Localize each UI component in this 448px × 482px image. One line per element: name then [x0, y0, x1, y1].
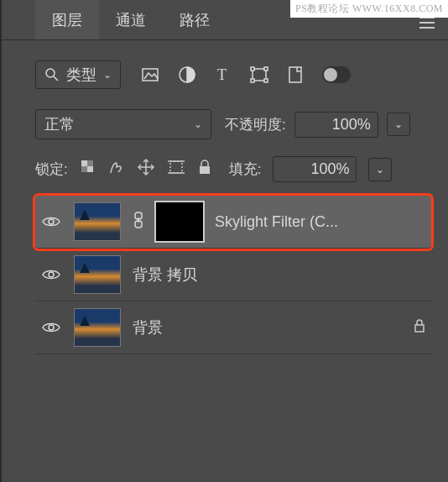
- type-filter-icon[interactable]: T: [215, 66, 232, 83]
- svg-rect-12: [87, 160, 93, 166]
- svg-rect-27: [415, 325, 424, 332]
- layer-row[interactable]: 背景 拷贝: [35, 249, 431, 301]
- opacity-input[interactable]: 100%: [294, 112, 378, 138]
- svg-point-25: [49, 272, 54, 277]
- filter-toggle[interactable]: [322, 66, 351, 83]
- svg-rect-14: [87, 166, 93, 172]
- watermark: PS教程论坛 WWW.16XX8.COM: [290, 0, 448, 18]
- svg-rect-20: [200, 166, 210, 174]
- svg-rect-13: [81, 166, 87, 172]
- layer-name[interactable]: 背景 拷贝: [133, 265, 426, 285]
- layer-row[interactable]: 背景: [35, 301, 431, 354]
- tab-paths[interactable]: 路径: [163, 0, 227, 39]
- svg-rect-17: [170, 161, 182, 173]
- lock-position-icon[interactable]: [137, 158, 155, 181]
- visibility-toggle[interactable]: [40, 267, 62, 282]
- layer-thumbnail[interactable]: [74, 308, 121, 347]
- blend-mode-select[interactable]: 正常 ⌄: [35, 109, 211, 139]
- fill-label: 填充:: [229, 160, 262, 179]
- layer-name[interactable]: Skylight Filter (C...: [215, 213, 426, 231]
- fill-chevron[interactable]: ⌄: [368, 158, 392, 181]
- visibility-toggle[interactable]: [40, 320, 62, 335]
- filter-type-select[interactable]: 类型 ⌄: [35, 60, 121, 89]
- svg-text:T: T: [217, 66, 227, 83]
- layer-name[interactable]: 背景: [133, 317, 401, 338]
- svg-rect-9: [264, 79, 268, 82]
- tab-layers[interactable]: 图层: [35, 0, 99, 39]
- chevron-down-icon: ⌄: [103, 69, 112, 81]
- pixel-filter-icon[interactable]: [141, 66, 159, 83]
- svg-line-1: [54, 76, 58, 81]
- lock-artboard-icon[interactable]: [167, 159, 185, 180]
- lock-row: 锁定: 填充: 100% ⌄: [2, 148, 448, 191]
- opacity-chevron[interactable]: ⌄: [387, 113, 410, 136]
- link-icon: [133, 211, 144, 233]
- layer-filter-row: 类型 ⌄ T: [2, 40, 448, 101]
- blend-row: 正常 ⌄ 不透明度: 100% ⌄: [2, 101, 448, 148]
- svg-rect-6: [251, 67, 254, 71]
- layer-mask-thumbnail[interactable]: [156, 202, 203, 241]
- eye-icon: [41, 267, 61, 282]
- adjustment-filter-icon[interactable]: [178, 65, 196, 84]
- layer-row[interactable]: Skylight Filter (C...: [35, 196, 431, 249]
- eye-icon: [41, 320, 61, 335]
- smartobject-filter-icon[interactable]: [287, 65, 304, 84]
- fill-input[interactable]: 100%: [273, 156, 357, 182]
- search-icon: [44, 67, 60, 82]
- shape-filter-icon[interactable]: [250, 66, 268, 83]
- layer-thumbnail[interactable]: [74, 255, 121, 294]
- lock-label: 锁定:: [35, 160, 68, 179]
- lock-image-icon[interactable]: [108, 159, 125, 180]
- svg-point-26: [49, 325, 54, 330]
- lock-icon: [413, 318, 426, 338]
- tab-channels[interactable]: 通道: [99, 0, 163, 39]
- lock-transparency-icon[interactable]: [80, 159, 96, 180]
- visibility-toggle[interactable]: [40, 214, 62, 229]
- layer-thumbnail[interactable]: [74, 202, 121, 241]
- svg-point-0: [46, 69, 55, 77]
- blend-mode-value: 正常: [44, 114, 75, 134]
- svg-rect-7: [264, 67, 268, 71]
- opacity-label: 不透明度:: [225, 115, 286, 134]
- svg-point-21: [49, 219, 54, 224]
- svg-rect-11: [81, 160, 87, 166]
- eye-icon: [41, 214, 61, 229]
- lock-all-icon[interactable]: [197, 159, 212, 180]
- chevron-down-icon: ⌄: [194, 118, 202, 130]
- svg-rect-10: [289, 67, 301, 82]
- layers-list: Skylight Filter (C... 背景 拷贝 背景: [2, 191, 448, 354]
- filter-type-label: 类型: [66, 65, 96, 85]
- svg-rect-8: [251, 79, 254, 82]
